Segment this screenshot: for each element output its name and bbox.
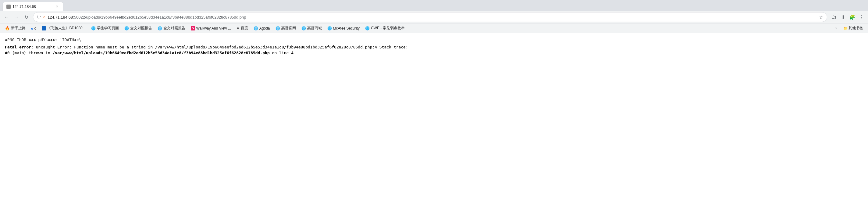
bookmark-favicon-agoda: 🌐 xyxy=(254,26,258,30)
bookmark-favicon-q: q xyxy=(31,27,33,30)
download-button[interactable]: ⬇ xyxy=(839,13,847,21)
security-icon: 🛡 xyxy=(37,15,41,20)
bookmark-favicon-feichi xyxy=(42,26,46,30)
bookmarks-overflow: » 📁 其他书签 xyxy=(833,25,866,31)
bookmark-favicon-xuesheng: 🌐 xyxy=(91,26,96,30)
other-bookmarks-label: 其他书签 xyxy=(848,26,863,31)
bookmark-item-hp-official[interactable]: 🌐 惠普官网 xyxy=(273,25,299,31)
bookmark-label-xinshoulushang: 新手上路 xyxy=(11,26,26,31)
bookmark-item-report2[interactable]: 🌐 全文对照报告 xyxy=(155,25,188,31)
address-text: 124.71.184.68:50022/uploads/19b6649eefbd… xyxy=(48,15,817,20)
browser-chrome: 124.71.184.68 ✕ ← → ↻ 🛡 ⚠ 124.71.184.68:… xyxy=(0,0,868,33)
bookmark-label-agoda: Agoda xyxy=(259,26,270,30)
bookmark-label-report1: 全文对照报告 xyxy=(130,26,152,31)
bookmark-item-cwe[interactable]: 🌐 CWE - 常见弱点枚举 xyxy=(363,25,407,31)
bookmark-label-feichi: 《飞驰人生》BD1080... xyxy=(47,26,85,31)
bookmark-item-baidu[interactable]: ❄ 百度 xyxy=(234,25,250,31)
bookmark-favicon-walkway: G xyxy=(191,26,195,30)
pocket-button[interactable]: 🗂 xyxy=(830,13,838,21)
bookmark-favicon-hp-official: 🌐 xyxy=(276,26,280,30)
menu-button[interactable]: ⋮ xyxy=(857,13,866,21)
navigation-bar: ← → ↻ 🛡 ⚠ 124.71.184.68:50022/uploads/19… xyxy=(0,11,868,23)
bookmark-label-mcafee: McAfee Security xyxy=(333,26,360,30)
error-line: Fatal error: Uncaught Error: Function na… xyxy=(5,44,863,50)
bookmark-item-walkway[interactable]: G Walkway And View ... xyxy=(188,26,234,31)
page-content: ◆PNG IHDR ◆◆◆ pHYs◆◆◆+ `IDATH◆c\ Fatal e… xyxy=(0,33,868,60)
bookmark-favicon-xinshoulushang: 🔥 xyxy=(5,26,10,30)
bookmark-item-agoda[interactable]: 🌐 Agoda xyxy=(251,26,273,31)
bookmark-label-hp-shop: 惠普商城 xyxy=(307,26,322,31)
other-bookmarks-button[interactable]: 📁 其他书签 xyxy=(841,25,866,31)
bookmark-favicon-mcafee: 🌐 xyxy=(327,26,332,30)
bookmark-label-cwe: CWE - 常见弱点枚举 xyxy=(371,26,405,31)
folder-icon: 📁 xyxy=(843,26,848,30)
bookmark-label-q: q xyxy=(34,26,37,30)
line1-text: ◆PNG IHDR ◆◆◆ pHYs◆◆◆+ `IDATH◆c\ xyxy=(5,37,863,43)
toolbar-actions: 🗂 ⬇ 🧩 ⋮ xyxy=(830,13,866,21)
bookmark-label-report2: 全文对照报告 xyxy=(163,26,185,31)
stack-trace-line: #0 {main} thrown in /var/www/html/upload… xyxy=(5,50,863,56)
bookmark-label-hp-official: 惠普官网 xyxy=(281,26,296,31)
active-tab[interactable]: 124.71.184.68 ✕ xyxy=(2,2,63,11)
error-keyword: Fatal error xyxy=(5,45,31,49)
address-path: :50022/uploads/19b6649eefbd2ed612b5e53d3… xyxy=(73,15,246,20)
forward-button[interactable]: → xyxy=(12,13,21,21)
tab-favicon xyxy=(6,5,11,9)
bookmark-item-feichi[interactable]: 《飞驰人生》BD1080... xyxy=(39,25,88,31)
reload-button[interactable]: ↻ xyxy=(22,13,30,21)
line-suffix: on line xyxy=(270,50,291,55)
bookmark-label-baidu: 百度 xyxy=(241,26,248,31)
address-host: 124.71.184.68 xyxy=(48,15,73,20)
bookmark-item-mcafee[interactable]: 🌐 McAfee Security xyxy=(325,26,362,31)
back-button[interactable]: ← xyxy=(2,13,11,21)
bookmark-favicon-baidu: ❄ xyxy=(237,26,240,30)
bookmark-item-report1[interactable]: 🌐 全文对照报告 xyxy=(122,25,155,31)
bookmark-label-xuesheng: 学生学习页面 xyxy=(97,26,119,31)
extensions-button[interactable]: 🧩 xyxy=(848,13,857,21)
bookmark-star-button[interactable]: ☆ xyxy=(819,14,823,20)
trace-prefix: #0 {main} thrown in xyxy=(5,50,53,55)
overflow-chevron: » xyxy=(835,26,837,30)
bookmark-favicon-cwe: 🌐 xyxy=(365,26,370,30)
bookmark-favicon-report1: 🌐 xyxy=(124,26,129,30)
line-number: 4 xyxy=(291,50,293,55)
bookmark-favicon-report2: 🌐 xyxy=(158,26,162,30)
bookmark-label-walkway: Walkway And View ... xyxy=(196,26,231,30)
tab-title: 124.71.184.68 xyxy=(12,5,53,9)
overflow-button[interactable]: » xyxy=(833,26,840,31)
bookmark-item-xinshoulushang[interactable]: 🔥 新手上路 xyxy=(2,25,28,31)
address-bar[interactable]: 🛡 ⚠ 124.71.184.68:50022/uploads/19b6649e… xyxy=(33,12,827,22)
tab-bar: 124.71.184.68 ✕ xyxy=(0,0,868,11)
error-message: : Uncaught Error: Function name must be … xyxy=(31,45,408,49)
tab-close-button[interactable]: ✕ xyxy=(55,4,59,9)
bookmark-item-xuesheng[interactable]: 🌐 学生学习页面 xyxy=(89,25,121,31)
info-icon: ⚠ xyxy=(43,15,46,19)
file-path: /var/www/html/uploads/19b6649eefbd2ed612… xyxy=(53,50,270,55)
bookmarks-bar: 🔥 新手上路 q q 《飞驰人生》BD1080... 🌐 学生学习页面 🌐 全文… xyxy=(0,23,868,33)
bookmark-favicon-hp-shop: 🌐 xyxy=(302,26,306,30)
bookmark-item-q[interactable]: q q xyxy=(29,26,39,31)
line1-content: ◆PNG IHDR ◆◆◆ pHYs◆◆◆+ `IDATH◆c\ xyxy=(5,37,81,42)
bookmark-item-hp-shop[interactable]: 🌐 惠普商城 xyxy=(299,25,324,31)
